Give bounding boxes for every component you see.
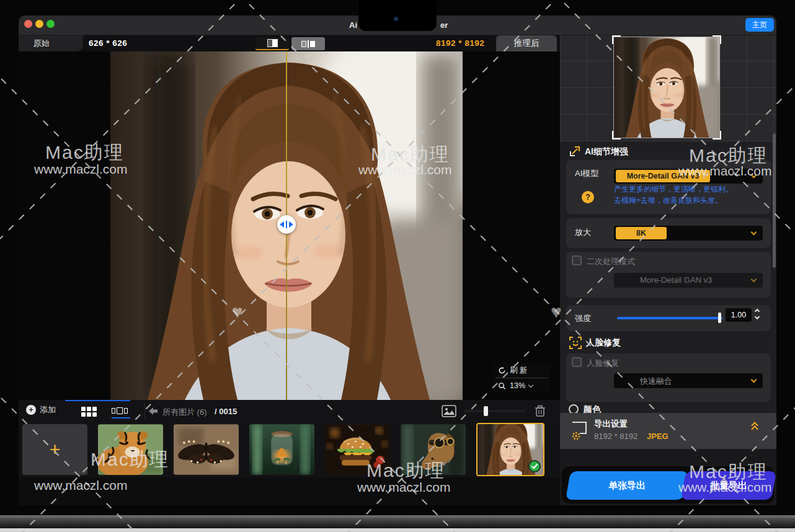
split-arrow-right-icon	[289, 221, 293, 228]
strength-slider-handle[interactable]	[718, 313, 721, 323]
blend-mode-dropdown[interactable]: 快速融合	[614, 373, 763, 388]
side-by-side-icon	[301, 40, 315, 48]
blend-mode-value: 快速融合	[640, 376, 672, 387]
collapse-chevrons-icon[interactable]	[752, 423, 757, 432]
plus-circle-icon: +	[26, 405, 36, 415]
model-dropdown[interactable]: More-Detail GAN v3	[614, 169, 763, 184]
crop-bracket-tr	[713, 35, 721, 44]
split-divider-icon	[286, 221, 287, 228]
chevron-down-icon	[751, 172, 757, 179]
secondary-model-value: More-Detail GAN v3	[640, 275, 712, 285]
gallery-tab-indicator	[65, 400, 130, 401]
help-icon[interactable]: ?	[582, 191, 594, 203]
strength-stepper[interactable]	[755, 309, 759, 319]
crop-bracket-bl	[612, 131, 621, 140]
split-view-icon	[267, 39, 278, 47]
screen-notch	[358, 0, 437, 31]
model-value-pill: More-Detail GAN v3	[616, 170, 710, 182]
export-size: 8192 * 8192	[594, 432, 637, 441]
zoom-control[interactable]: 13%	[493, 378, 551, 393]
crop-bracket-tl	[612, 35, 621, 44]
navigator-thumbnail[interactable]	[614, 37, 719, 138]
thumbnail-size-slider-handle[interactable]	[484, 406, 488, 416]
secondary-mode-label: 二次处理模式	[587, 256, 635, 267]
thumbnail-size-slider[interactable]	[464, 410, 526, 412]
export-settings-title: 导出设置	[594, 419, 628, 430]
tab-original[interactable]: 原始	[19, 35, 83, 51]
maximize-window-button[interactable]	[47, 20, 55, 28]
secondary-mode-checkbox[interactable]	[572, 255, 582, 265]
grid-view-button[interactable]	[81, 407, 97, 417]
refresh-control[interactable]: 刷 新	[493, 363, 551, 378]
model-desc-line2: 去模糊+去噪，改善皮肤和头发。	[614, 195, 722, 206]
app-title-suffix: er	[440, 20, 448, 30]
face-restore-label: 人脸修复	[587, 358, 619, 369]
chevron-down-icon	[528, 382, 533, 387]
original-size-label: 626 * 626	[89, 38, 127, 48]
compare-split-handle[interactable]	[277, 215, 296, 234]
model-desc-line1: 产生更多的细节，更清晰，更锐利。	[614, 184, 733, 195]
camera-icon	[394, 17, 398, 21]
filmstrip-view-indicator	[112, 417, 130, 419]
detail-section-title: AI细节增强	[585, 146, 628, 157]
face-restore-checkbox[interactable]	[572, 357, 582, 367]
page-edge	[0, 528, 795, 532]
panel-scrollbar[interactable]	[773, 133, 776, 268]
scale-dropdown[interactable]: 8K	[614, 226, 763, 241]
tab-result[interactable]: 推理后	[496, 35, 557, 51]
export-settings-panel[interactable]: 导出设置 8192 * 8192 JPEG	[560, 413, 776, 449]
model-label: AI模型	[575, 168, 598, 179]
step-up-icon	[755, 309, 760, 314]
chevron-down-icon	[751, 377, 757, 383]
scale-label: 放大	[575, 227, 591, 238]
thumbnail-terrarium[interactable]	[249, 424, 314, 475]
strength-value[interactable]: 1.00	[726, 308, 752, 322]
side-by-side-toggle[interactable]	[291, 37, 325, 50]
gallery-bottom-strip	[19, 477, 560, 505]
minimize-window-button[interactable]	[35, 20, 43, 28]
add-image-button[interactable]: + 添加	[26, 404, 56, 415]
toolbar-divider	[144, 402, 145, 420]
viewer-controls: 刷 新 13%	[493, 363, 551, 392]
thumbnail-butterfly[interactable]	[174, 424, 239, 475]
all-images-label: 所有图片 (6)	[162, 407, 207, 418]
magnifier-icon	[498, 382, 506, 390]
face-restore-icon	[569, 336, 582, 352]
split-arrow-left-icon	[280, 221, 284, 228]
thumbnail-tiger[interactable]	[98, 424, 163, 475]
thumbnail-size-icon	[442, 405, 456, 420]
export-format: JPEG	[647, 432, 668, 441]
strength-label: 强度	[575, 313, 591, 324]
batch-export-button[interactable]: 批量导出	[681, 471, 776, 500]
image-counter: / 0015	[215, 407, 237, 416]
add-plus-icon: +	[50, 440, 61, 459]
selected-check-badge	[528, 460, 541, 472]
export-settings-icon	[570, 420, 590, 443]
trash-icon[interactable]	[535, 405, 546, 420]
close-window-button[interactable]	[24, 20, 32, 28]
app-title-prefix: Ai	[349, 20, 357, 30]
secondary-model-dropdown[interactable]: More-Detail GAN v3	[614, 273, 763, 288]
face-section-title: 人脸修复	[586, 337, 621, 348]
crop-bracket-br	[713, 131, 721, 140]
thumbnail-burger[interactable]	[325, 424, 390, 475]
step-down-icon	[755, 314, 760, 319]
screenshot-stage: Ai er 主页 原始 626 * 626 8192 * 8192 推理后	[0, 0, 795, 532]
refresh-icon	[498, 366, 506, 375]
app-window: Ai er 主页 原始 626 * 626 8192 * 8192 推理后	[19, 16, 776, 505]
split-view-toggle[interactable]	[255, 37, 289, 50]
home-button[interactable]: 主页	[745, 18, 774, 32]
strength-slider[interactable]	[617, 317, 722, 319]
chevron-down-icon	[751, 229, 757, 236]
chevron-down-icon	[751, 277, 757, 283]
thumbnail-dog[interactable]	[401, 424, 466, 475]
result-size-label: 8192 * 8192	[436, 38, 484, 48]
detail-enhance-icon	[569, 145, 581, 160]
back-arrow-icon[interactable]	[148, 407, 158, 418]
single-export-button[interactable]: 单张导出	[566, 471, 688, 500]
device-hinge	[0, 515, 795, 528]
scale-value-pill: 8K	[616, 227, 667, 239]
thumbnail-add-tile[interactable]: +	[22, 424, 87, 475]
filmstrip-view-button[interactable]	[112, 407, 128, 414]
